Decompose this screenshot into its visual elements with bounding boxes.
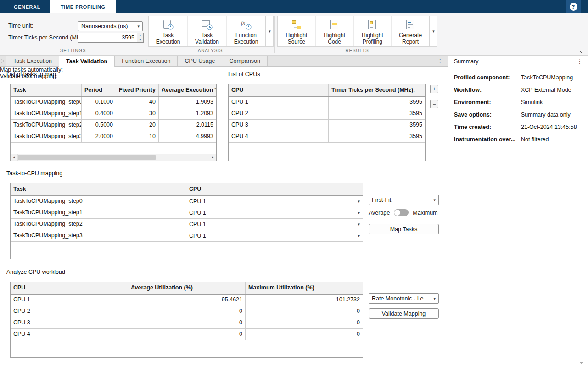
table-row[interactable]: CPU 2 3595 xyxy=(229,108,425,120)
summary-field: Profiled component: TaskToCPUMapping xyxy=(448,71,588,83)
help-button[interactable]: ? xyxy=(566,0,581,13)
cpus-table: CPU Timer Ticks per Second (MHz): CPU 1 … xyxy=(228,84,426,161)
tab-task-validation[interactable]: Task Validation xyxy=(59,56,115,67)
scrollbar-thumb[interactable] xyxy=(18,155,156,160)
scroll-right-icon[interactable]: ▸ xyxy=(209,154,216,161)
button-label-line: Task xyxy=(202,32,213,39)
cpu-select[interactable]: CPU 1 ▾ xyxy=(186,207,363,218)
toggle-right-label: Maximum xyxy=(413,210,437,216)
table-row[interactable]: CPU 1 3595 xyxy=(229,97,425,108)
button-label-line: Report xyxy=(402,39,419,45)
tab-comparison[interactable]: Comparison xyxy=(222,56,267,66)
summary-field: Save options: Summary data only xyxy=(448,108,588,121)
table-row[interactable]: TaskToCPUMapping_step2 CPU 1 ▾ xyxy=(11,219,363,230)
button-label: TaskExecution xyxy=(156,32,180,45)
column-header-task[interactable]: Task xyxy=(11,84,82,96)
time-unit-dropdown[interactable]: Nanoseconds (ns) ▾ xyxy=(78,21,143,31)
task-cell: TaskToCPUMapping_step0 xyxy=(11,97,82,108)
collapse-ribbon-button[interactable] xyxy=(577,48,584,55)
generate-report-icon xyxy=(403,18,417,32)
table-row[interactable]: CPU 2 0 0 xyxy=(11,306,363,317)
column-header-ticks[interactable]: Timer Ticks per Second (MHz): xyxy=(329,84,425,96)
summary-field-value: 21-Oct-2024 13:45:58 xyxy=(521,124,577,130)
highlight-code-button[interactable]: HighlightCode xyxy=(316,16,354,46)
cpu-cell: CPU 1 xyxy=(11,295,128,306)
table-row[interactable]: TaskToCPUMapping_step0 0.1000 40 1.9093 xyxy=(11,97,216,108)
column-header-avg-exec[interactable]: Average Execution Ti xyxy=(159,84,216,96)
summary-field-value: XCP External Mode xyxy=(521,87,571,93)
column-header-cpu[interactable]: CPU xyxy=(186,184,363,195)
average-maximum-toggle[interactable] xyxy=(394,209,409,216)
tab-time-profiling[interactable]: TIME PROFILING xyxy=(50,0,116,13)
results-gallery: HighlightSource HighlightCode xyxy=(277,16,430,47)
validate-policy-dropdown[interactable]: Rate Monotonic - Le... ▾ xyxy=(369,293,439,304)
chevron-down-icon: ▾ xyxy=(431,198,436,202)
column-header-cpu[interactable]: CPU xyxy=(11,282,128,294)
tab-task-execution[interactable]: Task Execution xyxy=(6,56,59,66)
avg-utilization-cell: 0 xyxy=(128,306,246,317)
analysis-gallery-expand-button[interactable]: ▾ xyxy=(266,16,274,47)
table-row[interactable]: TaskToCPUMapping_step0 CPU 1 ▾ xyxy=(11,196,363,207)
map-tasks-button[interactable]: Map Tasks xyxy=(369,224,439,234)
table-row[interactable]: TaskToCPUMapping_step3 2.0000 10 4.9993 xyxy=(11,131,216,143)
timer-ticks-input[interactable] xyxy=(78,33,137,43)
button-label-line: Profiling xyxy=(363,39,382,45)
remove-cpu-button[interactable]: − xyxy=(430,100,438,108)
table-row[interactable]: TaskToCPUMapping_step2 0.5000 20 2.0115 xyxy=(11,120,216,131)
map-strategy-dropdown[interactable]: First-Fit ▾ xyxy=(369,195,439,205)
dock-panel-button[interactable] xyxy=(578,359,586,366)
table-row[interactable]: TaskToCPUMapping_step1 0.4000 30 1.2093 xyxy=(11,108,216,120)
button-label: FunctionExecution xyxy=(234,32,258,45)
column-header-priority[interactable]: Fixed Priority xyxy=(116,84,159,96)
task-validation-button[interactable]: TaskValidation xyxy=(188,16,227,46)
avg-utilization-cell: 0 xyxy=(128,317,246,328)
summary-field-value: TaskToCPUMapping xyxy=(521,74,573,81)
table-row[interactable]: CPU 3 0 0 xyxy=(11,317,363,329)
timer-ticks-field: ▴ ▾ xyxy=(78,33,144,43)
summary-field: Time created: 21-Oct-2024 13:45:58 xyxy=(448,121,588,133)
summary-overflow-menu-icon[interactable]: ⋮ xyxy=(577,58,582,65)
table-row[interactable]: CPU 3 3595 xyxy=(229,120,425,131)
table-row[interactable]: TaskToCPUMapping_step3 CPU 1 ▾ xyxy=(11,230,363,242)
column-header-period[interactable]: Period xyxy=(82,84,116,96)
priority-cell: 40 xyxy=(116,97,159,108)
analysis-section-label: ANALYSIS xyxy=(146,48,274,55)
tab-cpu-usage[interactable]: CPU Usage xyxy=(178,56,222,66)
chevron-down-icon: ▾ xyxy=(134,24,140,28)
column-header-max-utilization[interactable]: Maximum Utilization (%) xyxy=(246,282,363,294)
add-cpu-button[interactable]: + xyxy=(430,85,438,93)
spinner-up-icon[interactable]: ▴ xyxy=(137,33,143,38)
tab-function-execution[interactable]: Function Execution xyxy=(115,56,178,66)
button-label: TaskValidation xyxy=(195,32,219,45)
table-row[interactable]: CPU 4 0 0 xyxy=(11,329,363,340)
cpu-select[interactable]: CPU 1 ▾ xyxy=(186,196,363,207)
table-row[interactable]: TaskToCPUMapping_step1 CPU 1 ▾ xyxy=(11,207,363,219)
button-label-line: Generate xyxy=(399,32,422,39)
column-header-avg-utilization[interactable]: Average Utilization (%) xyxy=(128,282,246,294)
cpu-select[interactable]: CPU 1 ▾ xyxy=(186,219,363,230)
validate-mapping-button[interactable]: Validate Mapping xyxy=(369,308,439,319)
task-cell: TaskToCPUMapping_step1 xyxy=(11,108,82,119)
results-gallery-expand-button[interactable]: ▾ xyxy=(430,16,437,47)
table-empty-area xyxy=(11,143,216,154)
spinner-down-icon[interactable]: ▾ xyxy=(137,38,143,43)
average-maximum-toggle-row: Average Maximum xyxy=(369,209,438,216)
function-execution-button[interactable]: fx FunctionExecution xyxy=(227,16,265,46)
time-unit-value: Nanoseconds (ns) xyxy=(81,23,128,29)
tab-general[interactable]: GENERAL xyxy=(4,0,50,13)
summary-field-value: Not filtered xyxy=(521,136,549,143)
generate-report-button[interactable]: GenerateReport xyxy=(392,16,429,46)
cpu-select[interactable]: CPU 1 ▾ xyxy=(186,230,363,241)
column-header-task[interactable]: Task xyxy=(11,184,186,195)
scroll-left-icon[interactable]: ◂ xyxy=(11,154,17,161)
ticks-cell: 3595 xyxy=(329,108,425,119)
highlight-source-button[interactable]: HighlightSource xyxy=(278,16,316,46)
highlight-profiling-button[interactable]: HighlightProfiling xyxy=(354,16,392,46)
column-header-cpu[interactable]: CPU xyxy=(229,84,329,96)
tab-overflow-menu-icon[interactable]: ⋮ xyxy=(436,56,444,66)
scrollbar-track[interactable] xyxy=(17,154,209,161)
table-row[interactable]: CPU 4 3595 xyxy=(229,131,425,143)
task-execution-button[interactable]: TaskExecution xyxy=(149,16,188,46)
table-row[interactable]: CPU 1 95.4621 101.2732 xyxy=(11,295,363,306)
mapping-table-header: Task CPU xyxy=(11,184,363,196)
